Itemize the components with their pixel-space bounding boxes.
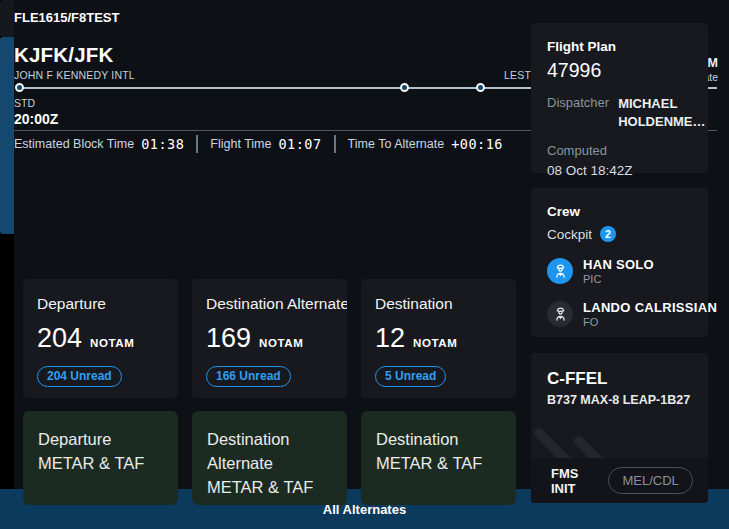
notam-count-row: 169 NOTAM	[206, 323, 333, 354]
crew-member-info: LANDO CALRISSIAN FO	[583, 300, 717, 328]
time-to-alternate: Time To Alternate +00:16	[348, 136, 494, 152]
weather-card-title: Destination METAR & TAF	[376, 428, 502, 476]
notam-count: 204	[37, 323, 82, 354]
route-dot-destination	[400, 83, 409, 92]
std-value: 20:00Z	[14, 111, 58, 127]
notam-card-destination[interactable]: Destination 12 NOTAM 5 Unread	[361, 279, 516, 398]
notam-unit: NOTAM	[413, 337, 457, 349]
departure-code: KJFK/JFK	[14, 43, 135, 67]
notam-count-row: 12 NOTAM	[375, 323, 502, 354]
notam-card-title: Destination Alternate	[206, 295, 333, 313]
crew-member-name: LANDO CALRISSIAN	[583, 300, 717, 315]
aircraft-type: B737 MAX-8 LEAP-1B27	[547, 393, 692, 407]
weather-card-departure[interactable]: Departure METAR & TAF	[23, 411, 178, 505]
pilot-icon	[547, 301, 573, 327]
computed-label: Computed	[547, 143, 692, 158]
notam-card-destination-alternate[interactable]: Destination Alternate 169 NOTAM 166 Unre…	[192, 279, 347, 398]
estimated-block-time-value: 01:38	[141, 136, 184, 152]
aircraft-card[interactable]: C-FFEL B737 MAX-8 LEAP-1B27 FMS INIT MEL…	[531, 353, 708, 503]
weather-card-destination-alternate[interactable]: Destination Alternate METAR & TAF	[192, 411, 347, 505]
time-to-alternate-label: Time To Alternate	[348, 137, 445, 151]
mel-cdl-button[interactable]: MEL/CDL	[608, 467, 692, 494]
crew-member-pic[interactable]: HAN SOLO PIC	[547, 257, 692, 285]
departure-name: JOHN F KENNEDY INTL	[14, 69, 135, 81]
dispatcher-name: MICHAEL HOLDENME…	[618, 95, 705, 131]
estimated-block-time: Estimated Block Time 01:38	[14, 136, 184, 152]
route-dot-alternate	[476, 83, 485, 92]
cockpit-count-badge: 2	[600, 226, 616, 242]
notam-count: 12	[375, 323, 405, 354]
unread-badge: 166 Unread	[206, 366, 291, 387]
flight-time-label: Flight Time	[210, 137, 271, 151]
notam-count-row: 204 NOTAM	[37, 323, 164, 354]
cockpit-label: Cockpit	[547, 227, 592, 242]
weather-card-title: Destination Alternate METAR & TAF	[207, 428, 333, 500]
crew-card: Crew Cockpit 2 HAN SOLO PIC	[531, 188, 708, 337]
departure-airport: KJFK/JFK JOHN F KENNEDY INTL	[14, 43, 135, 81]
times-row: Estimated Block Time 01:38 Flight Time 0…	[14, 130, 494, 157]
crew-title: Crew	[547, 204, 692, 219]
crew-member-name: HAN SOLO	[583, 257, 654, 272]
divider	[196, 135, 198, 153]
pilot-icon	[547, 258, 573, 284]
weather-card-destination[interactable]: Destination METAR & TAF	[361, 411, 516, 505]
unread-badge: 204 Unread	[37, 366, 122, 387]
unread-badge: 5 Unread	[375, 366, 446, 387]
notam-card-departure[interactable]: Departure 204 NOTAM 204 Unread	[23, 279, 178, 398]
computed-timestamp: 08 Oct 18:42Z	[547, 163, 692, 178]
crew-member-role: PIC	[583, 273, 654, 285]
flight-dashboard: Flight Status Up to date FLE1615/F8TEST …	[0, 0, 729, 529]
notam-unit: NOTAM	[259, 337, 303, 349]
flight-time-value: 01:07	[278, 136, 321, 152]
dispatcher-label: Dispatcher	[547, 95, 609, 131]
route-dot-departure	[15, 83, 24, 92]
fms-init-button[interactable]: FMS INIT	[551, 466, 578, 496]
dispatcher-row: Dispatcher MICHAEL HOLDENME…	[547, 95, 692, 131]
cockpit-group: Cockpit 2	[547, 226, 692, 242]
notam-card-title: Destination	[375, 295, 502, 313]
route-line	[16, 87, 494, 89]
flight-time: Flight Time 01:07	[210, 136, 321, 152]
crew-member-role: FO	[583, 316, 717, 328]
aircraft-registration: C-FFEL	[547, 369, 692, 389]
flight-plan-card[interactable]: Flight Plan 47996 Dispatcher MICHAEL HOL…	[531, 23, 708, 173]
std-label: STD	[14, 97, 58, 109]
divider	[334, 135, 336, 153]
notam-count: 169	[206, 323, 251, 354]
aircraft-actions-bar: FMS INIT MEL/CDL	[531, 458, 708, 503]
estimated-block-time-label: Estimated Block Time	[14, 137, 134, 151]
notam-card-title: Departure	[37, 295, 164, 313]
notam-unit: NOTAM	[90, 337, 134, 349]
weather-card-title: Departure METAR & TAF	[38, 428, 164, 476]
time-to-alternate-value: +00:16	[451, 136, 494, 152]
crew-member-info: HAN SOLO PIC	[583, 257, 654, 285]
crew-member-fo[interactable]: LANDO CALRISSIAN FO	[547, 300, 692, 328]
std-block: STD 20:00Z	[14, 97, 58, 127]
flight-plan-number: 47996	[547, 59, 692, 82]
flight-plan-title: Flight Plan	[547, 39, 692, 54]
